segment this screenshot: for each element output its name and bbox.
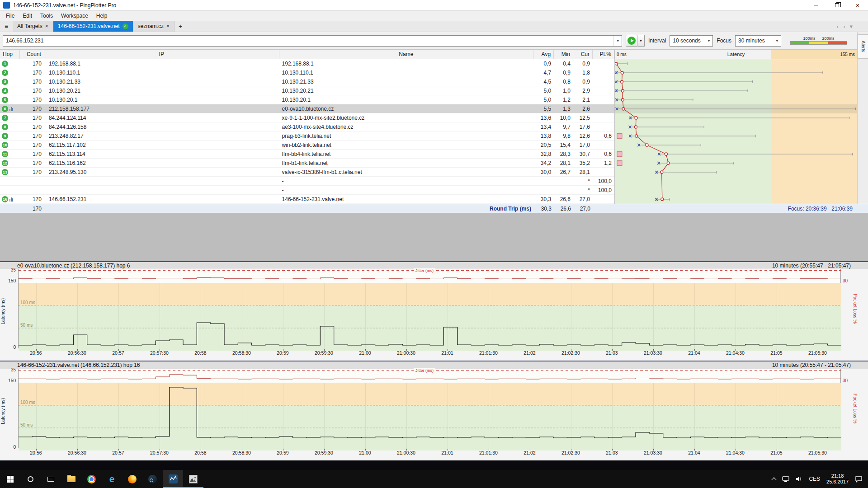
header-count[interactable]: Count	[20, 50, 44, 59]
table-row-hop-12[interactable]: 1217062.115.116.162ffm-b1-link.telia.net…	[0, 159, 614, 168]
graph-title-hop6: e0-ova10.bluetone.cz (212.158.158.177) h…	[17, 263, 130, 269]
graph-header-hop6[interactable]: e0-ova10.bluetone.cz (212.158.158.177) h…	[0, 261, 868, 269]
table-row-hop-7[interactable]: 717084.244.124.114xe-9-1-1-100-mx-site2.…	[0, 113, 614, 122]
header-name[interactable]: Name	[279, 50, 534, 59]
tab-scroll-left-icon[interactable]: ‹	[837, 23, 839, 30]
interval-select[interactable]: 10 seconds ▾	[670, 35, 713, 47]
cur-cell: 28,1	[573, 168, 593, 176]
table-row-hop-10[interactable]: 1017062.115.117.102win-bb2-link.telia.ne…	[0, 141, 614, 150]
restore-button[interactable]	[826, 0, 847, 10]
x-tick-label: 21:02	[517, 450, 542, 455]
header-hop[interactable]: Hop	[0, 50, 20, 59]
timeline-graph-hop16[interactable]: 100 ms50 ms35150030Jitter (ms)Latency (m…	[0, 369, 868, 460]
hop-cell	[0, 186, 20, 194]
hop-number-badge: 11	[2, 151, 8, 157]
pl-cell	[593, 77, 614, 86]
tab-label: seznam.cz	[138, 23, 164, 29]
hop-number-badge: 3	[2, 79, 8, 85]
ip-cell: 10.130.20.1	[44, 95, 279, 104]
edge-button[interactable]	[102, 470, 122, 488]
table-row-hop-3[interactable]: 317010.130.21.3310.130.21.334,50,80,9	[0, 77, 614, 86]
windows-logo-icon	[7, 476, 14, 483]
header-min[interactable]: Min	[554, 50, 573, 59]
header-cur[interactable]: Cur	[573, 50, 593, 59]
tab-close-icon[interactable]: ×	[45, 23, 48, 29]
x-tick-label: 21:04:30	[722, 350, 748, 356]
timeline-graph-hop6[interactable]: 100 ms50 ms35150030Jitter (ms)Latency (m…	[0, 269, 868, 361]
menu-edit[interactable]: Edit	[19, 11, 36, 21]
minimize-button[interactable]	[806, 0, 826, 10]
keyboard-language-indicator[interactable]: CES	[806, 470, 823, 488]
alerts-tab[interactable]: Alerts	[858, 34, 868, 59]
x-tick-label: 20:58:30	[229, 450, 254, 455]
tab-all-targets[interactable]: All Targets×	[13, 21, 53, 32]
add-tab-button[interactable]: +	[175, 21, 186, 32]
menu-help[interactable]: Help	[92, 11, 112, 21]
photos-taskbar-button[interactable]	[183, 470, 203, 488]
steam-button[interactable]	[142, 470, 163, 488]
table-row-hop-9[interactable]: 9170213.248.82.17prag-b3-link.telia.net1…	[0, 131, 614, 141]
menu-workspace[interactable]: Workspace	[57, 11, 92, 21]
target-address-input[interactable]: 146.66.152.231 ▾	[3, 35, 622, 47]
action-center-button[interactable]	[852, 470, 865, 488]
table-row-hop-13[interactable]: 13170213.248.95.130valve-ic-315389-ffm-b…	[0, 168, 614, 177]
table-row-hop-2[interactable]: 217010.130.110.110.130.110.14,70,91,8	[0, 68, 614, 77]
cur-cell: 12,6	[573, 131, 593, 140]
table-row-timeout-14[interactable]: -*100,0	[0, 177, 614, 186]
focus-label: Focus	[717, 38, 731, 44]
start-trace-dropdown[interactable]: ▾	[637, 35, 645, 47]
start-trace-button[interactable]	[626, 35, 637, 47]
table-row-hop-4[interactable]: 417010.130.20.2110.130.20.215,01,02,9	[0, 86, 614, 95]
trace-latency-panel[interactable]	[615, 59, 857, 204]
summary-avg: 30,3	[534, 204, 554, 213]
tab-scroll-right-icon[interactable]: ›	[843, 23, 845, 30]
network-icon	[782, 476, 789, 482]
table-row-timeout-15[interactable]: -*100,0	[0, 186, 614, 195]
table-row-hop-16[interactable]: 16170146.66.152.231146-66-152-231.valve.…	[0, 195, 614, 204]
close-button[interactable]: ×	[847, 0, 868, 10]
tab-seznam-cz[interactable]: seznam.cz×	[133, 21, 175, 32]
name-cell: ffm-b1-link.telia.net	[279, 159, 534, 167]
task-view-button[interactable]	[41, 470, 61, 488]
table-row-hop-11[interactable]: 1117062.115.113.114ffm-bb4-link.telia.ne…	[0, 150, 614, 159]
steam-icon	[148, 475, 157, 483]
network-tray-button[interactable]	[779, 470, 792, 488]
hop-number-badge: 16	[2, 196, 8, 202]
header-ip[interactable]: IP	[44, 50, 279, 59]
tab-close-icon[interactable]: ×	[166, 23, 170, 29]
tab-146-66-152-231-valve-net[interactable]: 146-66-152-231.valve.net✓	[53, 21, 133, 32]
firefox-button[interactable]	[122, 470, 142, 488]
clock[interactable]: 21:18 25.6.2017	[824, 470, 851, 488]
hop-cell	[0, 177, 20, 185]
packetloss-max-label: 30	[843, 278, 848, 283]
timeline-plot-area[interactable]: 100 ms50 ms	[18, 269, 841, 348]
header-avg[interactable]: Avg	[533, 50, 554, 59]
volume-tray-button[interactable]	[793, 470, 805, 488]
file-explorer-button[interactable]	[61, 470, 81, 488]
search-button[interactable]	[20, 470, 41, 488]
table-row-hop-6[interactable]: 6170212.158.158.177e0-ova10.bluetone.cz5…	[0, 104, 614, 113]
table-row-hop-5[interactable]: 517010.130.20.110.130.20.15,01,22,1	[0, 95, 614, 104]
pingplotter-taskbar-button[interactable]	[163, 470, 183, 488]
focus-select[interactable]: 30 minutes ▾	[735, 35, 781, 47]
header-pl[interactable]: PL%	[593, 50, 614, 59]
avg-cell: 4,7	[533, 68, 554, 77]
target-dropdown-icon[interactable]: ▾	[613, 36, 622, 46]
ip-cell: 213.248.95.130	[44, 168, 279, 176]
latency-axis-label: Latency (ms)	[0, 298, 5, 324]
tab-list-menu-icon[interactable]: ≡	[0, 21, 13, 32]
x-tick-label: 21:00	[352, 350, 377, 356]
menu-file[interactable]: File	[2, 11, 19, 21]
hop-cell: 9	[0, 131, 20, 140]
name-cell: 192.168.88.1	[279, 59, 534, 68]
timeline-plot-area[interactable]: 100 ms50 ms	[18, 369, 841, 448]
chrome-button[interactable]	[81, 470, 102, 488]
table-row-hop-8[interactable]: 817084.244.126.158ae3-100-mx-site4.bluet…	[0, 122, 614, 131]
tray-expand-button[interactable]	[769, 470, 778, 488]
tab-list-dropdown-icon[interactable]: ▾	[849, 23, 853, 30]
table-row-hop-1[interactable]: 1170192.168.88.1192.168.88.10,90,40,9	[0, 59, 614, 68]
menu-tools[interactable]: Tools	[36, 11, 57, 21]
start-button[interactable]	[0, 470, 20, 488]
alerts-side-strip: Alerts	[857, 32, 868, 204]
graph-header-hop16[interactable]: 146-66-152-231.valve.net (146.66.152.231…	[0, 361, 868, 369]
